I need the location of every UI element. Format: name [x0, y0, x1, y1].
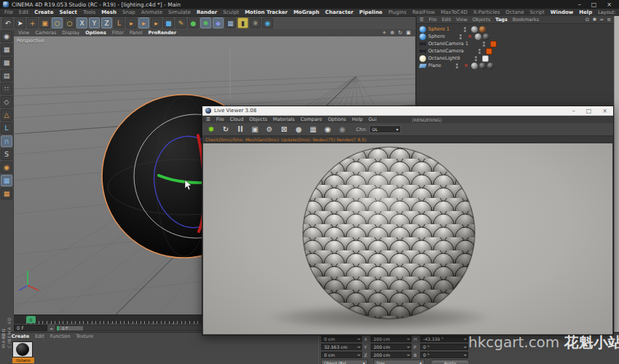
octane-icon[interactable]: ◉	[262, 17, 273, 28]
pick-focus-icon[interactable]: ◉	[323, 124, 333, 135]
viewport-menu-item[interactable]: ProRender	[148, 30, 176, 36]
coordinate-system-icon[interactable]: L	[114, 17, 125, 28]
material-thumbnail[interactable]	[12, 341, 33, 357]
material-menu-item[interactable]: Create	[12, 333, 29, 339]
menu-item[interactable]: Tools	[83, 9, 95, 15]
maximize-button[interactable]: □	[591, 1, 597, 8]
menu-item[interactable]: X-Particles	[473, 9, 500, 15]
kernel-settings-icon[interactable]: ⚙	[264, 124, 275, 135]
rotate-tool-icon[interactable]: ○	[52, 17, 63, 28]
current-frame-field[interactable]: 0 F	[14, 325, 47, 331]
render-view[interactable]	[203, 143, 612, 334]
spinner-icon[interactable]: ◂▸	[463, 353, 467, 357]
panel-edge-scrollbar[interactable]	[614, 16, 619, 336]
pick-white-balance-icon[interactable]: ◉	[337, 124, 347, 135]
panel-menu-icon[interactable]: ☰	[419, 17, 424, 23]
lock-resolution-icon[interactable]: ⊠	[279, 124, 289, 135]
workplane-mode-icon[interactable]: ▤	[1, 70, 12, 82]
spinner-icon[interactable]: ◂▸	[406, 353, 410, 357]
range-slider-handle[interactable]: 0 F	[57, 326, 83, 331]
live-viewer-menu-item[interactable]: File	[216, 116, 224, 122]
light-icon[interactable]: ☼	[250, 17, 261, 28]
restart-render-icon[interactable]: ↻	[221, 124, 231, 135]
object-manager-menu-item[interactable]: Edit	[442, 17, 452, 23]
x-axis-lock-icon[interactable]: X	[76, 17, 87, 28]
live-viewer-menu-item[interactable]: Gui	[368, 116, 376, 122]
texture-mode-icon[interactable]: ▩	[1, 57, 12, 68]
menu-item[interactable]: Create	[34, 9, 53, 15]
render-picture-viewer-icon[interactable]: ▸	[138, 17, 149, 28]
menu-item[interactable]: Octane	[505, 9, 524, 15]
visibility-dots[interactable]	[462, 26, 469, 33]
close-button[interactable]: ×	[607, 1, 612, 8]
pick-material-icon[interactable]: ●	[293, 124, 304, 135]
viewport-menu-item[interactable]: Filter	[112, 30, 124, 36]
panel-menu-icon[interactable]: ☰	[206, 116, 210, 122]
effector-icon[interactable]: ✱	[200, 17, 211, 28]
pan-view-icon[interactable]: +	[382, 30, 387, 36]
frame-spinner[interactable]: ◂▸	[50, 326, 53, 331]
model-mode-icon[interactable]: ▦	[1, 44, 12, 55]
menu-item[interactable]: Snap	[122, 9, 135, 15]
mat-dark-tag-icon[interactable]	[483, 33, 489, 40]
menu-item[interactable]: MoGraph	[293, 9, 320, 15]
rotation-field[interactable]: 0 °◂▸	[420, 344, 468, 350]
spline-pen-icon[interactable]: ✎	[176, 17, 186, 28]
environment-icon[interactable]: ▦	[225, 17, 236, 28]
position-field[interactable]: 0 cm◂▸	[321, 336, 362, 342]
snap-icon[interactable]: ∩	[1, 135, 12, 147]
spinner-icon[interactable]: ◂▸	[463, 345, 467, 349]
z-axis-lock-icon[interactable]: Z	[101, 17, 112, 28]
visibility-dots[interactable]	[457, 33, 465, 40]
object-row-sphere[interactable]: Sphere ×	[417, 33, 614, 40]
current-frame-marker[interactable]: 0	[26, 316, 36, 323]
size-mode-select[interactable]: Size▾	[374, 360, 425, 364]
menu-item[interactable]: Mesh	[101, 9, 117, 15]
make-editable-icon[interactable]: ◉	[1, 31, 12, 42]
render-region-icon[interactable]: ▣	[250, 124, 260, 135]
menu-item[interactable]: Pipeline	[359, 9, 382, 15]
object-row-plane[interactable]: Plane ×	[417, 62, 614, 69]
visibility-dots[interactable]	[473, 55, 480, 62]
pause-render-icon[interactable]: II	[235, 124, 245, 135]
live-viewer-window[interactable]: Live Viewer 3.08 – □ × ☰ FileCloudObject…	[202, 106, 614, 336]
spinner-icon[interactable]: ◂▸	[357, 353, 360, 357]
menu-item[interactable]: File	[4, 9, 13, 15]
live-viewer-menu-item[interactable]: Cloud	[230, 116, 244, 122]
live-viewer-menu-item[interactable]: Materials	[273, 116, 295, 122]
phong-tag-icon[interactable]	[471, 63, 478, 69]
gear-icon[interactable]: ✱	[592, 17, 596, 23]
object-manager-menu-item[interactable]: Tags	[495, 17, 508, 23]
minimize-button[interactable]: –	[578, 1, 581, 8]
move-tool-icon[interactable]: +	[27, 17, 38, 28]
primitive-cube-icon[interactable]: ■	[163, 17, 174, 28]
polygons-mode-icon[interactable]: △	[1, 109, 12, 121]
octane-cam-tag-icon[interactable]	[486, 48, 492, 55]
axis-mode-icon[interactable]: L	[1, 122, 12, 134]
live-viewer-titlebar[interactable]: Live Viewer 3.08 – □ ×	[202, 106, 613, 116]
disabled-x-icon[interactable]: ×	[467, 33, 473, 39]
material-menu-item[interactable]: Edit	[35, 333, 44, 339]
material-menu-item[interactable]: Texture	[76, 333, 93, 339]
position-field[interactable]: 32.563 cm◂▸	[321, 344, 362, 350]
object-manager-menu-item[interactable]: Bookmarks	[513, 17, 539, 23]
start-render-icon[interactable]: ✱	[206, 124, 216, 135]
menu-item[interactable]: Select	[59, 9, 76, 15]
camera-icon[interactable]: ▮	[237, 17, 248, 28]
menu-item[interactable]: Sculpt	[223, 9, 239, 15]
viewport-menu-item[interactable]: View	[18, 30, 29, 36]
mat-dark-tag-icon[interactable]	[479, 63, 486, 69]
mat-brown-tag-icon[interactable]	[479, 26, 486, 33]
soft-selection-icon[interactable]: S	[1, 149, 12, 160]
spinner-icon[interactable]: ◂▸	[406, 337, 410, 341]
viewport-menu-item[interactable]: Options	[85, 30, 106, 36]
viewport-rotate-icon[interactable]: ◉	[1, 162, 12, 173]
menu-item[interactable]: Simulate	[168, 9, 191, 15]
menu-item[interactable]: Render	[197, 9, 217, 15]
phong-tag-icon[interactable]	[471, 26, 478, 33]
object-row-octanecamera[interactable]: OctaneCamera ×	[417, 47, 614, 55]
octane-cam-tag-icon[interactable]	[490, 41, 497, 47]
menu-item[interactable]: RealFlow	[412, 9, 435, 15]
menu-item[interactable]: Help	[579, 9, 592, 15]
kernel-select[interactable]: DL ▾	[369, 125, 401, 133]
